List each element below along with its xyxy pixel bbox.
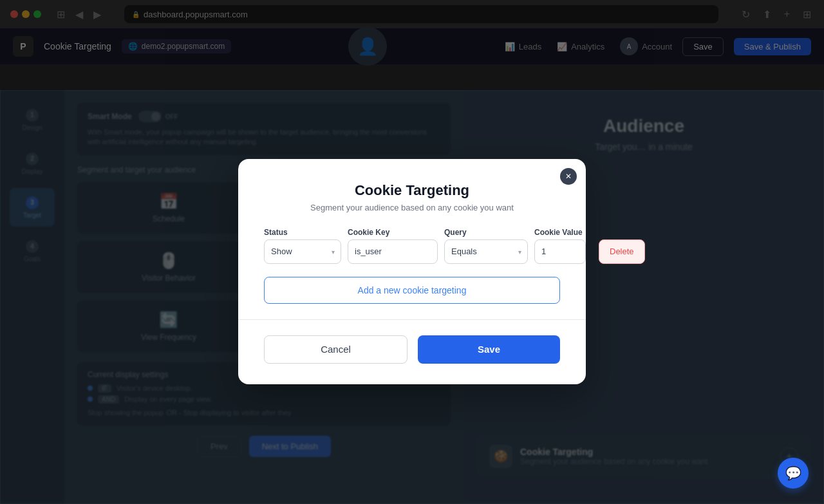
cookie-value-input[interactable] — [534, 239, 586, 264]
save-btn[interactable]: Save — [418, 335, 560, 364]
status-label: Status — [264, 228, 341, 237]
cookie-value-label: Cookie Value — [534, 228, 592, 237]
status-select-wrapper[interactable]: Show Hide ▾ — [264, 239, 341, 264]
add-cookie-btn[interactable]: Add a new cookie targeting — [264, 277, 560, 304]
cookie-key-label: Cookie Key — [348, 228, 438, 237]
cookie-value-field: Cookie Value — [534, 228, 592, 264]
cookie-modal: ✕ Cookie Targeting Segment your audience… — [238, 159, 586, 384]
query-label: Query — [444, 228, 528, 237]
cookie-key-field: Cookie Key — [348, 228, 438, 264]
status-select[interactable]: Show Hide — [264, 239, 341, 264]
delete-btn[interactable]: Delete — [599, 239, 645, 264]
cookie-modal-title: Cookie Targeting — [264, 182, 560, 199]
modal-close-btn[interactable]: ✕ — [560, 168, 577, 185]
query-field: Query Equals Contains Not Equals ▾ — [444, 228, 528, 264]
status-field: Status Show Hide ▾ — [264, 228, 341, 264]
modal-actions: Cancel Save — [264, 335, 560, 364]
chat-btn[interactable]: 💬 — [778, 458, 809, 489]
cookie-key-input[interactable] — [348, 239, 438, 264]
query-select-wrapper[interactable]: Equals Contains Not Equals ▾ — [444, 239, 528, 264]
chat-icon: 💬 — [785, 465, 801, 481]
close-icon: ✕ — [565, 172, 572, 181]
delete-wrapper: Delete — [599, 239, 645, 264]
cookie-modal-subtitle: Segment your audience based on any cooki… — [264, 203, 560, 212]
modal-overlay: ✕ Cookie Targeting Segment your audience… — [0, 0, 824, 504]
query-select[interactable]: Equals Contains Not Equals — [444, 239, 528, 264]
cancel-btn[interactable]: Cancel — [264, 335, 407, 364]
cookie-form-row: Status Show Hide ▾ Cookie Key Query — [264, 228, 560, 264]
modal-divider — [238, 319, 586, 320]
